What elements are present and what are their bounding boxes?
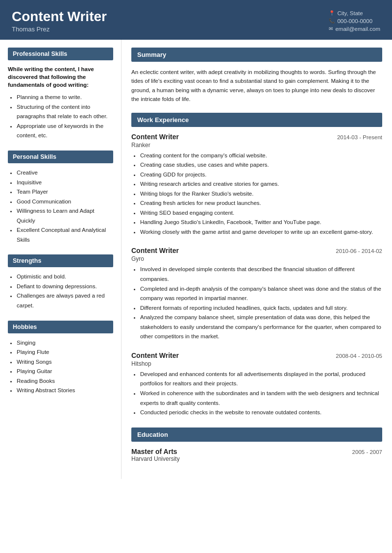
job-entry-2: Content Writer 2010-06 - 2014-02 Gyro In… bbox=[131, 247, 382, 341]
list-item: Involved in developed simple contents th… bbox=[140, 265, 382, 284]
list-item: Team Player bbox=[17, 187, 113, 197]
job-title: Content Writer bbox=[12, 9, 107, 25]
list-item: Structuring of the content into paragrap… bbox=[17, 102, 113, 122]
list-item: Planning a theme to write. bbox=[17, 93, 113, 102]
header-contact: 📍 City, State 📞 000-000-0000 ✉ email@ema… bbox=[329, 10, 380, 32]
job-header-2: Content Writer 2010-06 - 2014-02 bbox=[131, 247, 382, 254]
list-item: Inquisitive bbox=[17, 178, 113, 188]
list-item: Different formats of reporting included … bbox=[140, 303, 382, 313]
job-dates-2: 2010-06 - 2014-02 bbox=[336, 248, 382, 254]
list-item: Writing research articles and creative s… bbox=[140, 179, 382, 189]
list-item: Defiant to downing depressions. bbox=[17, 282, 113, 292]
edu-entry-1: Master of Arts 2005 - 2007 Harvard Unive… bbox=[131, 448, 382, 462]
strengths-header: Strengths bbox=[8, 254, 113, 267]
work-experience-section: Work Experience Content Writer 2014-03 -… bbox=[131, 113, 382, 418]
phone-icon: 📞 bbox=[329, 18, 335, 24]
list-item: Completed and in-depth analysis of the c… bbox=[140, 284, 382, 303]
sidebar: Professional Skills While writing the co… bbox=[0, 40, 122, 479]
personal-skills-list: Creative Inquisitive Team Player Good Co… bbox=[8, 168, 113, 245]
list-item: Creating fresh articles for new product … bbox=[140, 199, 382, 208]
list-item: Handling Juego Studio's LinkedIn, Facebo… bbox=[140, 218, 382, 227]
header-left: Content Writer Thomas Prez bbox=[12, 9, 107, 33]
job-list-2: Involved in developed simple contents th… bbox=[131, 265, 382, 341]
list-item: Developed and enhanced contents for all … bbox=[140, 370, 382, 389]
job-list-1: Creating content for the company's offic… bbox=[131, 151, 382, 237]
job-title-2: Content Writer bbox=[131, 247, 179, 254]
professional-skills-section: Professional Skills While writing the co… bbox=[8, 48, 113, 141]
education-header: Education bbox=[131, 427, 382, 442]
list-item: Willingness to Learn and Adapt Quickly bbox=[17, 206, 113, 226]
body-layout: Professional Skills While writing the co… bbox=[0, 40, 392, 479]
edu-dates-1: 2005 - 2007 bbox=[352, 449, 382, 455]
list-item: Writing blogs for the Ranker Studio's we… bbox=[140, 189, 382, 199]
contact-email: ✉ email@email.com bbox=[329, 26, 380, 32]
list-item: Good Communication bbox=[17, 197, 113, 207]
list-item: Writing Songs bbox=[17, 357, 113, 367]
list-item: Challenges are always paved a red carpet… bbox=[17, 291, 113, 310]
job-header-1: Content Writer 2014-03 - Present bbox=[131, 133, 382, 141]
list-item: Analyzed the company balance sheet, simp… bbox=[140, 313, 382, 342]
job-header-3: Content Writer 2008-04 - 2010-05 bbox=[131, 352, 382, 359]
list-item: Writing SEO based engaging content. bbox=[140, 208, 382, 218]
resume-page: Content Writer Thomas Prez 📍 City, State… bbox=[0, 0, 392, 553]
list-item: Writing Abstract Stories bbox=[17, 386, 113, 396]
hobbies-section: Hobbies Singing Playing Flute Writing So… bbox=[8, 321, 113, 396]
job-title-3: Content Writer bbox=[131, 352, 179, 359]
job-dates-1: 2014-03 - Present bbox=[337, 134, 382, 140]
list-item: Excellent Conceptual and Analytical Skil… bbox=[17, 226, 113, 245]
job-list-3: Developed and enhanced contents for all … bbox=[131, 370, 382, 418]
list-item: Reading Books bbox=[17, 377, 113, 386]
job-company-3: Hitshop bbox=[131, 360, 382, 367]
list-item: Working closely with the game artist and… bbox=[140, 227, 382, 237]
strengths-list: Optimistic and bold. Defiant to downing … bbox=[8, 272, 113, 310]
job-company-2: Gyro bbox=[131, 255, 382, 262]
list-item: Conducted periodic checks in the website… bbox=[140, 408, 382, 418]
strengths-section: Strengths Optimistic and bold. Defiant t… bbox=[8, 254, 113, 310]
professional-skills-header: Professional Skills bbox=[8, 48, 113, 60]
list-item: Appropriate use of keywords in the conte… bbox=[17, 122, 113, 141]
list-item: Creating GDD for projects. bbox=[140, 170, 382, 180]
personal-skills-section: Personal Skills Creative Inquisitive Tea… bbox=[8, 151, 113, 245]
list-item: Creative bbox=[17, 168, 113, 178]
professional-skills-intro: While writing the content, I have discov… bbox=[8, 65, 113, 89]
contact-location: 📍 City, State bbox=[329, 10, 380, 16]
job-title-1: Content Writer bbox=[131, 133, 179, 141]
list-item: Playing Flute bbox=[17, 348, 113, 357]
list-item: Worked in coherence with the subordinate… bbox=[140, 389, 382, 408]
hobbies-list: Singing Playing Flute Writing Songs Play… bbox=[8, 338, 113, 396]
list-item: Singing bbox=[17, 338, 113, 348]
job-company-1: Ranker bbox=[131, 142, 382, 149]
job-entry-3: Content Writer 2008-04 - 2010-05 Hitshop… bbox=[131, 352, 382, 418]
list-item: Creating content for the company's offic… bbox=[140, 151, 382, 161]
candidate-name: Thomas Prez bbox=[12, 25, 107, 33]
job-entry-1: Content Writer 2014-03 - Present Ranker … bbox=[131, 133, 382, 237]
hobbies-header: Hobbies bbox=[8, 321, 113, 333]
personal-skills-header: Personal Skills bbox=[8, 151, 113, 163]
main-content: Summary An eclectic content writer, with… bbox=[122, 40, 392, 479]
list-item: Creating case studies, use cases and whi… bbox=[140, 160, 382, 170]
professional-skills-list: Planning a theme to write. Structuring o… bbox=[8, 93, 113, 141]
location-icon: 📍 bbox=[329, 10, 335, 16]
edu-degree-1: Master of Arts bbox=[131, 448, 177, 455]
work-experience-header: Work Experience bbox=[131, 113, 382, 127]
job-dates-3: 2008-04 - 2010-05 bbox=[336, 353, 382, 359]
contact-phone: 📞 000-000-0000 bbox=[329, 18, 380, 24]
edu-header-1: Master of Arts 2005 - 2007 bbox=[131, 448, 382, 455]
summary-section: Summary An eclectic content writer, with… bbox=[131, 48, 382, 104]
edu-institution-1: Harvard University bbox=[131, 455, 382, 462]
list-item: Playing Guitar bbox=[17, 367, 113, 377]
email-icon: ✉ bbox=[329, 26, 333, 31]
list-item: Optimistic and bold. bbox=[17, 272, 113, 282]
education-section: Education Master of Arts 2005 - 2007 Har… bbox=[131, 427, 382, 462]
summary-header: Summary bbox=[131, 48, 382, 62]
header: Content Writer Thomas Prez 📍 City, State… bbox=[0, 0, 392, 40]
summary-text: An eclectic content writer, with adept c… bbox=[131, 68, 382, 104]
